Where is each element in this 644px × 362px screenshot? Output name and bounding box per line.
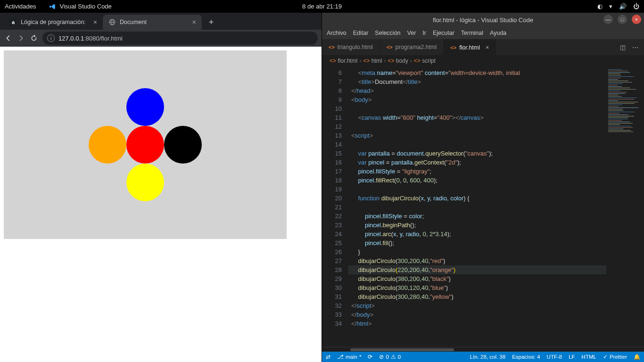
topbar-clock[interactable]: 8 de abr 21:19	[302, 3, 342, 10]
html-icon: <>	[387, 44, 393, 50]
editor-tabstrip: <>triangulo.html<>programa2.html<>flor.h…	[322, 39, 644, 55]
browser-tabstrip: a Lógica de programación: × Document × +	[0, 13, 322, 30]
menu-selección[interactable]: Selección	[375, 30, 400, 36]
topbar-app[interactable]: Visual Studio Code	[49, 3, 111, 10]
canvas-flower	[4, 50, 287, 239]
vscode-icon	[49, 3, 56, 10]
menu-ejecutar[interactable]: Ejecutar	[433, 30, 454, 36]
indentation[interactable]: Espacios: 4	[512, 354, 540, 360]
git-branch[interactable]: ⎇ main*	[337, 354, 361, 360]
close-icon[interactable]: ×	[93, 18, 97, 26]
power-icon[interactable]: ⏻	[633, 3, 639, 10]
maximize-button[interactable]: □	[618, 15, 627, 24]
menubar: ArchivoEditarSelecciónVerIrEjecutarTermi…	[322, 27, 644, 39]
line-gutter: 6789101112131415161718192021222324252627…	[322, 66, 348, 347]
reload-button[interactable]	[30, 34, 38, 42]
forward-button[interactable]	[17, 34, 25, 42]
titlebar: flor.html - lógica - Visual Studio Code …	[322, 13, 644, 27]
browser-tab-1[interactable]: Document ×	[103, 15, 202, 30]
html-icon: <>	[450, 45, 456, 50]
favicon-icon	[108, 18, 116, 26]
code-content[interactable]: <meta name="viewport" content="width=dev…	[348, 66, 606, 347]
breadcrumb-item[interactable]: <> html	[363, 58, 382, 64]
cursor-position[interactable]: Lín. 28, col. 38	[470, 354, 505, 360]
minimap[interactable]	[606, 66, 644, 347]
editor-tab-flor-html[interactable]: <>flor.html×	[444, 39, 496, 55]
back-button[interactable]	[4, 34, 12, 42]
brightness-icon[interactable]: ◐	[597, 3, 603, 10]
browser-tab-label: Lógica de programación:	[21, 19, 86, 25]
menu-terminal[interactable]: Terminal	[461, 30, 483, 36]
editor[interactable]: 6789101112131415161718192021222324252627…	[322, 66, 644, 347]
url-bar[interactable]: i 127.0.0.1:8080/flor.html	[42, 32, 318, 45]
git-sync[interactable]: ⟳	[368, 354, 372, 360]
browser-window: a Lógica de programación: × Document × +…	[0, 13, 322, 362]
gnome-topbar: Actividades Visual Studio Code 8 de abr …	[0, 0, 644, 13]
browser-toolbar: i 127.0.0.1:8080/flor.html	[0, 30, 322, 47]
problems[interactable]: ⊘ 0 ⚠ 0	[379, 354, 401, 360]
editor-tab-programa2-html[interactable]: <>programa2.html	[380, 39, 444, 55]
split-editor-icon[interactable]: ◫	[620, 44, 626, 51]
close-icon[interactable]: ×	[192, 18, 196, 26]
breadcrumb-item[interactable]: <> script	[414, 58, 436, 64]
notifications-icon[interactable]: 🔔	[634, 354, 640, 360]
menu-ir[interactable]: Ir	[422, 30, 426, 36]
horizontal-scrollbar[interactable]	[322, 347, 644, 352]
eol[interactable]: LF	[569, 354, 575, 360]
breadcrumb-item[interactable]: <> flor.html	[330, 58, 357, 64]
activities-button[interactable]: Actividades	[5, 3, 36, 10]
window-title: flor.html - lógica - Visual Studio Code	[433, 16, 533, 24]
favicon-icon: a	[9, 18, 17, 26]
close-button[interactable]: ×	[632, 15, 641, 24]
html-icon: <>	[329, 44, 335, 50]
breadcrumbs[interactable]: <> flor.html › <> html › <> body › <> sc…	[322, 55, 644, 66]
close-icon[interactable]: ×	[486, 44, 489, 51]
menu-archivo[interactable]: Archivo	[327, 30, 347, 36]
prettier-status[interactable]: ✓ Prettier	[603, 354, 627, 360]
site-info-icon[interactable]: i	[47, 34, 55, 42]
remote-button[interactable]: ⇄	[326, 354, 330, 360]
more-icon[interactable]: ⋯	[632, 44, 638, 51]
volume-icon[interactable]: 🔊	[619, 3, 627, 10]
minimize-button[interactable]: —	[603, 15, 613, 24]
vscode-window: flor.html - lógica - Visual Studio Code …	[322, 13, 644, 362]
menu-ayuda[interactable]: Ayuda	[490, 30, 506, 36]
browser-tab-label: Document	[120, 19, 147, 25]
breadcrumb-item[interactable]: <> body	[388, 58, 408, 64]
language-mode[interactable]: HTML	[582, 354, 596, 360]
editor-tab-triangulo-html[interactable]: <>triangulo.html	[322, 39, 380, 55]
browser-viewport	[0, 47, 322, 362]
encoding[interactable]: UTF-8	[547, 354, 562, 360]
browser-tab-0[interactable]: a Lógica de programación: ×	[4, 15, 103, 30]
menu-editar[interactable]: Editar	[353, 30, 369, 36]
menu-ver[interactable]: Ver	[407, 30, 416, 36]
statusbar: ⇄ ⎇ main* ⟳ ⊘ 0 ⚠ 0 Lín. 28, col. 38 Esp…	[322, 352, 644, 362]
wifi-icon[interactable]: ▾	[609, 3, 612, 10]
new-tab-button[interactable]: +	[205, 16, 218, 29]
